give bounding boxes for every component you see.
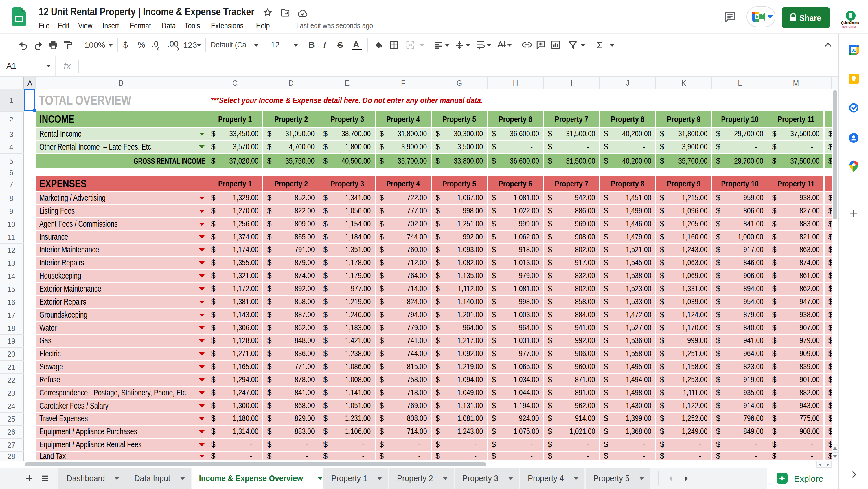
svg-text:31: 31	[851, 48, 856, 52]
